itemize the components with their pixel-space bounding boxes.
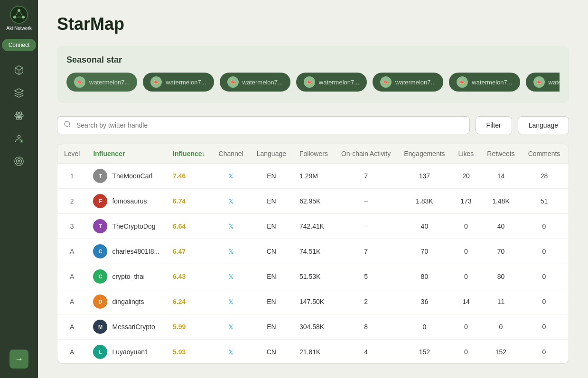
filter-button[interactable]: Filter	[476, 116, 512, 134]
retweets-cell: 70	[480, 239, 521, 264]
table-row[interactable]: 3 T TheCryptoDog 6.64 𝕏 EN 742.41K – 40 …	[57, 214, 569, 239]
engagements-cell: 70	[397, 239, 451, 264]
engagements-cell: 0	[397, 314, 451, 340]
influencer-cell: C charles4801I8...	[86, 239, 166, 264]
level-cell: A	[57, 314, 86, 340]
influencer-name: fomosaurus	[112, 197, 147, 205]
twitter-icon: 𝕏	[228, 197, 233, 205]
comments-cell: 28	[522, 164, 567, 189]
onchain-cell: 4	[335, 340, 397, 364]
quote-cell	[567, 164, 569, 189]
table-row[interactable]: 1 T TheMoonCarl 7.46 𝕏 EN 1.29M 7 137 20…	[57, 164, 569, 189]
likes-cell: 0	[452, 340, 481, 364]
seasonal-avatar: 🍉	[380, 76, 392, 88]
seasonal-item[interactable]: 🍉 watermelon7...	[296, 73, 367, 92]
influencer-cell: D dingalingts	[86, 289, 166, 314]
layers-icon[interactable]	[9, 83, 28, 102]
table-row[interactable]: A M MessariCrypto 5.99 𝕏 EN 304.58K 8 0 …	[57, 314, 569, 340]
likes-cell: 0	[452, 314, 481, 340]
level-cell: A	[57, 264, 86, 289]
followers-cell: 51.53K	[293, 264, 335, 289]
language-cell: EN	[250, 189, 293, 214]
likes-cell: 20	[452, 164, 481, 189]
avatar: F	[93, 194, 107, 208]
retweets-cell: 0	[480, 314, 521, 340]
seasonal-avatar: 🍉	[533, 76, 545, 88]
table-col-header: Followers	[293, 144, 335, 164]
atom-icon[interactable]	[9, 106, 28, 125]
svg-marker-8	[15, 89, 23, 93]
table-row[interactable]: A C charles4801I8... 6.47 𝕏 CN 74.51K 7 …	[57, 239, 569, 264]
influence-cell: 6.43	[166, 264, 212, 289]
followers-cell: 74.51K	[293, 239, 335, 264]
likes-cell: 0	[452, 214, 481, 239]
quote-cell	[567, 264, 569, 289]
seasonal-item[interactable]: 🍉 watermelon7...	[66, 73, 137, 92]
table-row[interactable]: A D dingalingts 6.24 𝕏 EN 147.50K 2 36 1…	[57, 289, 569, 314]
seasonal-item-label: watermelon7...	[395, 79, 436, 86]
influencer-cell: C crypto_thai	[86, 264, 166, 289]
seasonal-item[interactable]: 🍉 watermelon7...	[143, 73, 214, 92]
likes-cell: 173	[452, 189, 481, 214]
avatar: C	[93, 244, 107, 258]
retweets-cell: 80	[480, 264, 521, 289]
seasonal-item[interactable]: 🍉 watermelon7...	[526, 73, 560, 92]
engagements-cell: 36	[397, 289, 451, 314]
table-col-header: Likes	[452, 144, 481, 164]
influencer-name: crypto_thai	[112, 273, 144, 280]
avatar: T	[93, 219, 107, 233]
channel-cell: 𝕏	[212, 314, 250, 340]
comments-cell: 0	[522, 239, 567, 264]
influence-cell: 5.99	[166, 314, 212, 340]
comments-cell: 0	[522, 289, 567, 314]
quote-cell	[567, 314, 569, 340]
comments-cell: 0	[522, 340, 567, 364]
language-button[interactable]: Language	[518, 116, 569, 134]
followers-cell: 21.81K	[293, 340, 335, 364]
twitter-icon: 𝕏	[228, 323, 233, 331]
person-icon[interactable]	[9, 129, 28, 148]
app-logo: Aki Network	[6, 6, 31, 31]
influence-cell: 6.74	[166, 189, 212, 214]
table-row[interactable]: 2 F fomosaurus 6.74 𝕏 EN 62.95K – 1.83K …	[57, 189, 569, 214]
target-icon[interactable]	[9, 152, 28, 171]
twitter-icon: 𝕏	[228, 298, 233, 305]
table-col-header: Retweets	[480, 144, 521, 164]
influence-cell: 6.64	[166, 214, 212, 239]
seasonal-list: 🍉 watermelon7...🍉 watermelon7...🍉 waterm…	[66, 73, 560, 92]
search-wrap	[57, 116, 470, 134]
likes-cell: 0	[452, 264, 481, 289]
cube-icon[interactable]	[9, 61, 28, 80]
seasonal-item[interactable]: 🍉 watermelon7...	[373, 73, 443, 92]
search-input[interactable]	[57, 116, 470, 134]
influencer-name: MessariCrypto	[112, 323, 155, 331]
likes-cell: 14	[452, 289, 481, 314]
table-row[interactable]: A L Luyaoyuan1 5.93 𝕏 CN 21.81K 4 152 0 …	[57, 340, 569, 364]
main-content: StarMap Seasonal star 🍉 watermelon7...🍉 …	[38, 0, 588, 378]
seasonal-item[interactable]: 🍉 watermelon7...	[449, 73, 520, 92]
onchain-cell: –	[335, 189, 397, 214]
controls-row: Filter Language	[57, 116, 569, 134]
influence-cell: 5.93	[166, 340, 212, 364]
influencer-name: charles4801I8...	[112, 248, 159, 255]
svg-line-21	[69, 126, 70, 127]
followers-cell: 1.29M	[293, 164, 335, 189]
followers-cell: 62.95K	[293, 189, 335, 214]
page-title: StarMap	[57, 14, 569, 34]
twitter-icon: 𝕏	[228, 222, 233, 230]
search-icon	[64, 120, 71, 130]
avatar: T	[93, 169, 107, 183]
comments-cell: 0	[522, 264, 567, 289]
quote-cell	[567, 239, 569, 264]
retweets-cell: 1.48K	[480, 189, 521, 214]
seasonal-item[interactable]: 🍉 watermelon7...	[220, 73, 290, 92]
connect-button[interactable]: Connect	[2, 39, 37, 51]
table-col-header: Engagements	[397, 144, 451, 164]
onchain-cell: 7	[335, 239, 397, 264]
twitter-icon: 𝕏	[228, 172, 233, 180]
svg-point-19	[18, 160, 20, 162]
comments-cell: 51	[522, 189, 567, 214]
table-body: 1 T TheMoonCarl 7.46 𝕏 EN 1.29M 7 137 20…	[57, 164, 569, 364]
table-row[interactable]: A C crypto_thai 6.43 𝕏 EN 51.53K 5 80 0 …	[57, 264, 569, 289]
expand-button[interactable]: →	[9, 350, 28, 369]
